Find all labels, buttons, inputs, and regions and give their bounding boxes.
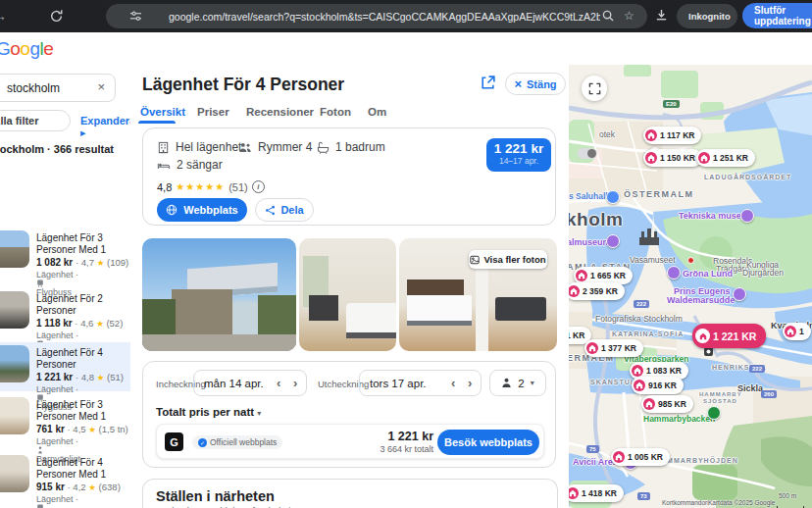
update-chrome-button[interactable]: Slutför uppdatering [742, 3, 812, 28]
facts-card: Hel lägenhet Rymmer 4 1 badrum 2 sängar … [142, 127, 556, 226]
forward-arrow-icon[interactable]: → [0, 8, 7, 24]
nearby-title: Ställen i närheten [156, 488, 557, 504]
official-site-badge: ✓ Officiell webbplats [192, 435, 282, 449]
map-price-pin[interactable]: 1 418 KR [569, 484, 624, 502]
info-icon[interactable]: i [252, 180, 265, 193]
guests-count: 2 [518, 378, 524, 389]
checkout-prev-icon[interactable]: ‹ [451, 376, 455, 390]
bookmark-star-icon[interactable]: ☆ [624, 9, 634, 23]
price-mode-dropdown[interactable]: Totalt pris per natt ▾ [156, 406, 261, 418]
price-badge[interactable]: 1 221 kr 14–17 apr. [486, 138, 551, 172]
more-photos-button[interactable]: Visa fler foton [469, 250, 547, 269]
map-label: Fotografiska Stockholm [595, 314, 683, 324]
map-price-pin[interactable]: 1 251 KR [696, 149, 755, 167]
verified-check-icon: ✓ [198, 438, 207, 447]
map-price-pin[interactable]: 1 377 KR [584, 339, 643, 357]
listing-title: Lägenhet För 4 Personer Med 1 Sovrum [36, 457, 127, 480]
map-price-pin[interactable]: 1 150 KR [643, 149, 702, 167]
listing-thumbnail [0, 455, 29, 492]
listing-item[interactable]: Lägenhet För 3 Personer Med 1 Sovrum761 … [0, 394, 130, 449]
map-fullscreen-button[interactable] [582, 76, 607, 101]
map-price-pin[interactable]: 1 [783, 323, 811, 340]
listing-text: Lägenhet För 4 Personer Med 1 Sovrum915 … [36, 455, 127, 507]
listing-item[interactable]: Lägenhet För 4 Personer1 221 kr · 4,8 ★ … [0, 342, 130, 391]
map-price-pin[interactable]: 1 005 KR [611, 448, 670, 466]
all-filters-chip[interactable]: Alla filter [0, 110, 71, 131]
map-price-pin[interactable]: 916 KR [632, 377, 684, 394]
nationalmuseum-icon[interactable] [606, 234, 620, 248]
road-shield: 73 [637, 492, 650, 500]
fact-bathrooms: 1 badrum [317, 140, 385, 154]
guests-caret-icon: ▾ [531, 379, 534, 387]
download-icon[interactable] [654, 8, 669, 23]
rating-score: 4,8 [157, 181, 172, 193]
listing-text: Lägenhet För 4 Personer1 221 kr · 4,8 ★ … [36, 345, 127, 391]
tune-icon[interactable] [129, 10, 142, 23]
clear-search-icon[interactable]: × [97, 79, 105, 94]
offer-row: G ✓ Officiell webbplats 1 221 kr 3 664 k… [156, 424, 544, 459]
saluhall-icon[interactable] [606, 190, 620, 204]
search-input[interactable]: stockholm × [0, 74, 116, 102]
keyboard-shortcuts-link[interactable]: Kortkommandon [662, 499, 709, 506]
map-price-pin[interactable]: 985 KR [641, 395, 693, 413]
map-price-pin[interactable]: 1 117 KR [643, 127, 701, 144]
open-in-new-icon[interactable] [480, 75, 496, 91]
listing-type-line: Lägenhet · Flygbuss [36, 494, 127, 508]
active-tab-indicator [138, 121, 176, 124]
photo-interior-dining[interactable] [299, 238, 396, 351]
tab-prices[interactable]: Priser [197, 106, 229, 118]
checkin-field[interactable]: mån 14 apr. ‹ › [193, 370, 307, 396]
travel-time-toggle[interactable] [578, 148, 597, 159]
map-label: Waldemarsudde [667, 295, 735, 305]
checkout-field[interactable]: tors 17 apr. ‹ › [359, 370, 482, 396]
listing-item[interactable]: Lägenhet För 2 Personer1 118 kr · 4,6 ★ … [0, 288, 130, 343]
waldemarsudde-icon[interactable] [733, 287, 746, 301]
map[interactable]: 1 117 KR1 150 KR1 251 KR1 665 KR2 359 KR… [569, 65, 812, 508]
tab-overview[interactable]: Översikt [140, 106, 185, 118]
map-label: ÖSTERMALM [624, 189, 694, 199]
tab-photos[interactable]: Foton [320, 106, 351, 118]
fact-beds: 2 sängar [157, 158, 223, 172]
listing-title: Lägenhet För 2 Personer [36, 293, 127, 316]
checkin-prev-icon[interactable]: ‹ [277, 376, 280, 390]
guests-selector[interactable]: 2 ▾ [489, 370, 546, 396]
road-shield: E20 [663, 100, 680, 108]
photo-bedroom-bed [407, 295, 472, 321]
search-icon[interactable] [602, 10, 614, 22]
apartment-icon [157, 141, 170, 154]
incognito-badge: Inkognito [677, 4, 737, 28]
listing-title: Lägenhet För 4 Personer [36, 347, 127, 370]
expand-link[interactable]: Expandera ▸ [80, 115, 131, 139]
grona-lund-icon[interactable] [667, 266, 681, 279]
url-text[interactable]: google.com/travel/search?q=stockholm&ts=… [169, 11, 600, 23]
photo-exterior-stone-base [172, 289, 232, 336]
listing-item[interactable]: Lägenhet För 3 Personer Med 1 Sovrum1 08… [0, 228, 130, 282]
incognito-label: Inkognito [688, 11, 731, 22]
checkin-next-icon[interactable]: › [293, 376, 297, 390]
reload-icon[interactable] [49, 9, 64, 24]
visit-website-button[interactable]: Besök webbplats [437, 430, 539, 455]
rating-stars: ★★★★★ [176, 181, 225, 192]
listing-item[interactable]: Lägenhet För 4 Personer Med 1 Sovrum915 … [0, 452, 130, 507]
map-price-pin[interactable]: 2 359 KR [569, 282, 625, 300]
booking-card: Incheckning mån 14 apr. ‹ › Utcheckning … [142, 361, 556, 468]
checkout-value: tors 17 apr. [370, 378, 427, 389]
tab-reviews[interactable]: Recensioner [246, 106, 314, 118]
hammarbybacken-icon[interactable] [707, 406, 721, 420]
share-button[interactable]: Dela [255, 198, 314, 222]
photo-exterior[interactable] [142, 238, 296, 351]
url-bar[interactable]: google.com/travel/search?q=stockholm&ts=… [106, 4, 647, 28]
tab-about[interactable]: Om [368, 106, 386, 118]
rating-row: 4,8 ★★★★★ (51) i [157, 180, 265, 193]
bed-icon [157, 159, 171, 172]
map-price-pin-selected[interactable]: 1 221 KR [692, 324, 766, 348]
checkout-next-icon[interactable]: › [468, 376, 472, 390]
lodging-pin-icon [569, 285, 580, 297]
tekniska-museet-icon[interactable] [740, 209, 754, 223]
lodging-pin-icon [645, 152, 657, 164]
property-title: Lägenhet För 4 Personer [142, 75, 344, 95]
google-logo[interactable]: Google [0, 38, 53, 60]
close-button[interactable]: ×Stäng [505, 73, 566, 95]
map-label: kholm [569, 209, 623, 230]
website-button[interactable]: Webbplats [157, 198, 247, 222]
